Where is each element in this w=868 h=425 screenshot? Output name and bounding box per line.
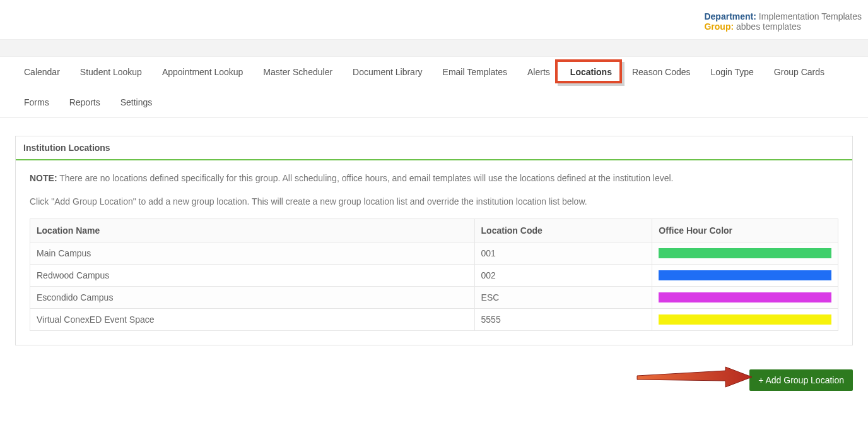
department-value: Implementation Templates [759,11,862,21]
institution-locations-panel: Institution Locations NOTE: There are no… [15,136,853,345]
cell-location-code: 001 [474,242,652,265]
tab-bar: CalendarStudent LookupAppointment Lookup… [0,57,868,118]
tab-email-templates[interactable]: Email Templates [433,57,517,87]
tab-reason-codes[interactable]: Reason Codes [622,57,701,87]
tab-settings[interactable]: Settings [110,87,163,117]
tab-reports[interactable]: Reports [59,87,110,117]
tab-login-type[interactable]: Login Type [701,57,764,87]
table-row: Redwood Campus002 [30,265,838,287]
note-paragraph: NOTE: There are no locations defined spe… [30,172,838,185]
note-label: NOTE: [30,173,57,183]
tab-student-lookup[interactable]: Student Lookup [70,57,152,87]
cell-location-name: Redwood Campus [30,265,475,287]
color-swatch [659,314,831,325]
color-swatch [659,248,831,258]
department-label: Department: [704,11,756,21]
table-row: Virtual ConexED Event Space5555 [30,309,838,331]
cell-location-code: ESC [474,287,652,309]
instruction-text: Click "Add Group Location" to add a new … [30,195,838,208]
cell-office-hour-color [652,242,838,265]
table-row: Escondido CampusESC [30,287,838,309]
tab-appointment-lookup[interactable]: Appointment Lookup [152,57,253,87]
cell-location-code: 5555 [474,309,652,331]
cell-location-name: Escondido Campus [30,287,475,309]
spacer-bar [0,39,868,57]
note-text: There are no locations defined specifica… [59,173,673,183]
group-value: abbes templates [736,21,801,32]
locations-table: Location Name Location Code Office Hour … [30,218,838,331]
context-header: Department: Implementation Templates Gro… [0,0,868,39]
cell-office-hour-color [652,265,838,287]
color-swatch [659,270,831,280]
cell-office-hour-color [652,309,838,331]
table-row: Main Campus001 [30,242,838,265]
tab-alerts[interactable]: Alerts [517,57,560,87]
cell-office-hour-color [652,287,838,309]
color-swatch [659,292,831,302]
col-header-code: Location Code [474,219,652,242]
col-header-color: Office Hour Color [652,219,838,242]
cell-location-code: 002 [474,265,652,287]
cell-location-name: Virtual ConexED Event Space [30,309,475,331]
tab-group-cards[interactable]: Group Cards [764,57,835,87]
group-label: Group: [704,21,734,32]
tab-master-scheduler[interactable]: Master Scheduler [253,57,343,87]
tab-forms[interactable]: Forms [14,87,59,117]
add-group-location-button[interactable]: + Add Group Location [749,369,853,391]
col-header-name: Location Name [30,219,475,242]
tab-calendar[interactable]: Calendar [14,57,70,87]
tab-document-library[interactable]: Document Library [343,57,433,87]
cell-location-name: Main Campus [30,242,475,265]
panel-title: Institution Locations [16,136,852,160]
tab-locations[interactable]: Locations [560,57,622,87]
